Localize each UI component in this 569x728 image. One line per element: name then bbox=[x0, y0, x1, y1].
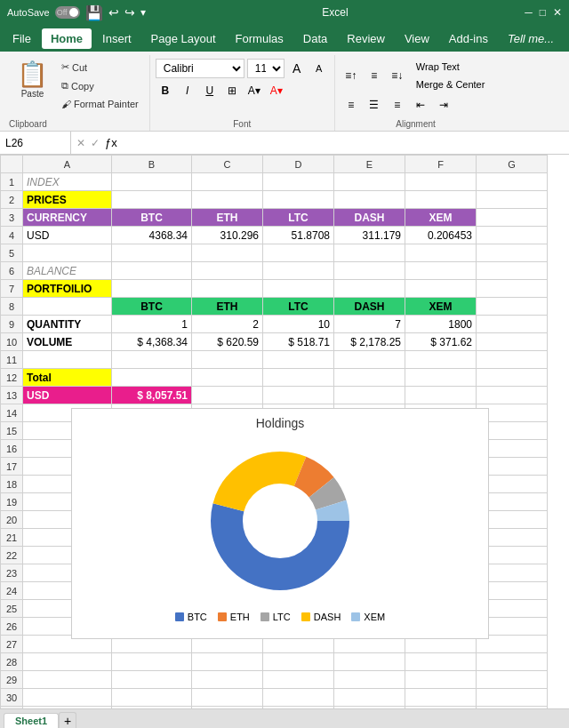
cell-B3[interactable]: BTC bbox=[112, 209, 192, 227]
cell-F6[interactable] bbox=[405, 262, 477, 280]
col-header-G[interactable]: G bbox=[477, 156, 548, 173]
cell-B12[interactable] bbox=[112, 369, 192, 387]
cell-D8[interactable]: LTC bbox=[263, 298, 334, 316]
cell-G9[interactable] bbox=[477, 316, 548, 333]
cell-E1[interactable] bbox=[334, 173, 405, 191]
cell-A2[interactable]: PRICES bbox=[23, 191, 112, 209]
cell-F2[interactable] bbox=[405, 191, 477, 209]
cell-E5[interactable] bbox=[334, 244, 405, 262]
menu-data[interactable]: Data bbox=[294, 28, 336, 49]
cell-C7[interactable] bbox=[192, 280, 263, 298]
cell-D3[interactable]: LTC bbox=[263, 209, 334, 227]
cell-C11[interactable] bbox=[192, 351, 263, 369]
menu-view[interactable]: View bbox=[396, 28, 438, 49]
cell-F7[interactable] bbox=[405, 280, 477, 298]
underline-button[interactable]: U bbox=[200, 81, 220, 100]
save-icon[interactable]: 💾 bbox=[85, 4, 103, 21]
cancel-formula-icon[interactable]: ✕ bbox=[76, 137, 85, 149]
cell-A11[interactable] bbox=[23, 351, 112, 369]
merge-center-button[interactable]: Merge & Center bbox=[410, 76, 492, 92]
cell-D2[interactable] bbox=[263, 191, 334, 209]
cell-G11[interactable] bbox=[477, 351, 548, 369]
cell-C5[interactable] bbox=[192, 244, 263, 262]
cell-D10[interactable]: $ 518.71 bbox=[263, 333, 334, 351]
cell-G3[interactable] bbox=[477, 209, 548, 227]
autosave-toggle[interactable]: Off bbox=[55, 6, 80, 19]
cell-C2[interactable] bbox=[192, 191, 263, 209]
menu-addins[interactable]: Add-ins bbox=[440, 28, 497, 49]
align-bottom-button[interactable]: ≡↓ bbox=[387, 66, 408, 85]
font-family-select[interactable]: Calibri bbox=[156, 59, 244, 78]
add-sheet-button[interactable]: + bbox=[59, 712, 76, 728]
col-header-C[interactable]: C bbox=[192, 156, 263, 173]
cell-A8[interactable] bbox=[23, 298, 112, 316]
cell-F12[interactable] bbox=[405, 369, 477, 387]
cell-E4[interactable]: 311.179 bbox=[334, 227, 405, 244]
cell-F1[interactable] bbox=[405, 173, 477, 191]
cell-B1[interactable] bbox=[112, 173, 192, 191]
cell-B5[interactable] bbox=[112, 244, 192, 262]
cut-button[interactable]: ✂ Cut bbox=[56, 59, 144, 76]
align-middle-button[interactable]: ≡ bbox=[364, 66, 385, 85]
menu-page-layout[interactable]: Page Layout bbox=[142, 28, 225, 49]
undo-icon[interactable]: ↩ bbox=[108, 5, 119, 20]
menu-home[interactable]: Home bbox=[42, 28, 92, 49]
cell-D13[interactable] bbox=[263, 387, 334, 404]
col-header-A[interactable]: A bbox=[23, 156, 112, 173]
cell-D9[interactable]: 10 bbox=[263, 316, 334, 333]
font-color-button[interactable]: A▾ bbox=[267, 81, 286, 100]
cell-E7[interactable] bbox=[334, 280, 405, 298]
decrease-font-button[interactable]: A bbox=[309, 59, 329, 78]
cell-F11[interactable] bbox=[405, 351, 477, 369]
name-box[interactable]: L26 bbox=[0, 132, 71, 154]
redo-icon[interactable]: ↪ bbox=[124, 5, 135, 20]
align-right-button[interactable]: ≡ bbox=[387, 95, 408, 115]
cell-G8[interactable] bbox=[477, 298, 548, 316]
cell-G4[interactable] bbox=[477, 227, 548, 244]
cell-A7[interactable]: PORTFOILIO bbox=[23, 280, 112, 298]
cell-F13[interactable] bbox=[405, 387, 477, 404]
fill-color-button[interactable]: A▾ bbox=[244, 81, 264, 100]
cell-C1[interactable] bbox=[192, 173, 263, 191]
cell-C12[interactable] bbox=[192, 369, 263, 387]
cell-A1[interactable]: INDEX bbox=[23, 173, 112, 191]
cell-G1[interactable] bbox=[477, 173, 548, 191]
cell-G7[interactable] bbox=[477, 280, 548, 298]
col-header-E[interactable]: E bbox=[334, 156, 405, 173]
cell-C9[interactable]: 2 bbox=[192, 316, 263, 333]
cell-G10[interactable] bbox=[477, 333, 548, 351]
maximize-icon[interactable]: □ bbox=[540, 6, 546, 19]
decrease-indent-button[interactable]: ⇤ bbox=[410, 95, 431, 115]
cell-E6[interactable] bbox=[334, 262, 405, 280]
menu-review[interactable]: Review bbox=[338, 28, 394, 49]
cell-B13[interactable]: $ 8,057.51 bbox=[112, 387, 192, 404]
align-top-button[interactable]: ≡↑ bbox=[341, 66, 362, 85]
format-painter-button[interactable]: 🖌 Format Painter bbox=[56, 96, 144, 112]
cell-C10[interactable]: $ 620.59 bbox=[192, 333, 263, 351]
copy-button[interactable]: ⧉ Copy bbox=[56, 77, 144, 94]
cell-B7[interactable] bbox=[112, 280, 192, 298]
increase-indent-button[interactable]: ⇥ bbox=[433, 95, 454, 115]
align-left-button[interactable]: ≡ bbox=[341, 95, 362, 115]
menu-formulas[interactable]: Formulas bbox=[227, 28, 293, 49]
cell-G2[interactable] bbox=[477, 191, 548, 209]
col-header-D[interactable]: D bbox=[263, 156, 334, 173]
cell-B2[interactable] bbox=[112, 191, 192, 209]
cell-A10[interactable]: VOLUME bbox=[23, 333, 112, 351]
cell-A4[interactable]: USD bbox=[23, 227, 112, 244]
cell-E13[interactable] bbox=[334, 387, 405, 404]
cell-A5[interactable] bbox=[23, 244, 112, 262]
cell-D5[interactable] bbox=[263, 244, 334, 262]
cell-E3[interactable]: DASH bbox=[334, 209, 405, 227]
formula-input[interactable] bbox=[123, 137, 569, 149]
cell-B8[interactable]: BTC bbox=[112, 298, 192, 316]
cell-G12[interactable] bbox=[477, 369, 548, 387]
border-button[interactable]: ⊞ bbox=[222, 81, 242, 100]
menu-insert[interactable]: Insert bbox=[93, 28, 140, 49]
cell-G5[interactable] bbox=[477, 244, 548, 262]
cell-E12[interactable] bbox=[334, 369, 405, 387]
cell-B11[interactable] bbox=[112, 351, 192, 369]
paste-button[interactable]: 📋 Paste bbox=[9, 57, 56, 101]
cell-A6[interactable]: BALANCE bbox=[23, 262, 112, 280]
close-icon[interactable]: ✕ bbox=[553, 6, 562, 19]
